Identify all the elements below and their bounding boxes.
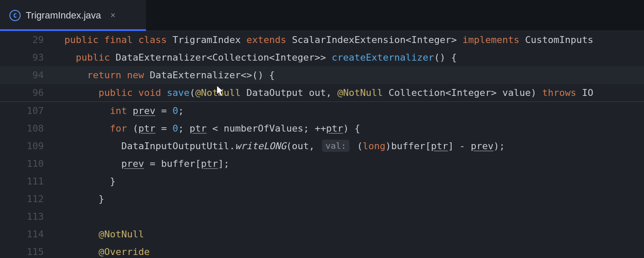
- line-number: 29: [0, 31, 64, 49]
- java-class-icon: C: [9, 10, 21, 21]
- code-line[interactable]: 29 public final class TrigramIndex exten…: [0, 31, 644, 49]
- code-line[interactable]: 110 prev = buffer[ptr];: [0, 155, 644, 172]
- tab-bar: C TrigramIndex.java ×: [0, 0, 644, 31]
- tab-title: TrigramIndex.java: [26, 10, 101, 21]
- parameter-hint: val:: [322, 140, 349, 152]
- code-line[interactable]: 111 }: [0, 172, 644, 190]
- line-number: 115: [0, 243, 64, 258]
- line-number: 113: [0, 208, 64, 225]
- line-number: 93: [0, 49, 64, 66]
- line-number: 108: [0, 120, 64, 137]
- line-number: 94: [0, 66, 64, 84]
- line-number: 112: [0, 190, 64, 208]
- line-number: 111: [0, 172, 64, 190]
- code-line[interactable]: 113: [0, 208, 644, 225]
- code-line[interactable]: 108 for (ptr = 0; ptr < numberOfValues; …: [0, 120, 644, 137]
- line-number: 114: [0, 225, 64, 243]
- line-number: 107: [0, 102, 64, 120]
- code-line-current[interactable]: 94 return new DataExternalizer<>() {: [0, 66, 644, 84]
- code-line[interactable]: 96 public void save(@NotNull DataOutput …: [0, 84, 644, 101]
- code-line[interactable]: 93 public DataExternalizer<Collection<In…: [0, 49, 644, 66]
- sticky-scroll-header: 29 public final class TrigramIndex exten…: [0, 31, 644, 102]
- code-line[interactable]: 114 @NotNull: [0, 225, 644, 243]
- code-line[interactable]: 112 }: [0, 190, 644, 208]
- code-line[interactable]: 109 DataInputOutputUtil.writeLONG(out, v…: [0, 137, 644, 155]
- line-number: 109: [0, 137, 64, 155]
- code-line[interactable]: 115 @Override: [0, 243, 644, 258]
- line-number: 96: [0, 84, 64, 101]
- code-editor[interactable]: 29 public final class TrigramIndex exten…: [0, 31, 644, 258]
- line-number: 110: [0, 155, 64, 172]
- tab-active-indicator: [0, 29, 146, 31]
- editor-tab-active[interactable]: C TrigramIndex.java ×: [0, 0, 146, 31]
- close-icon[interactable]: ×: [110, 10, 115, 20]
- code-line[interactable]: 107 int prev = 0;: [0, 102, 644, 120]
